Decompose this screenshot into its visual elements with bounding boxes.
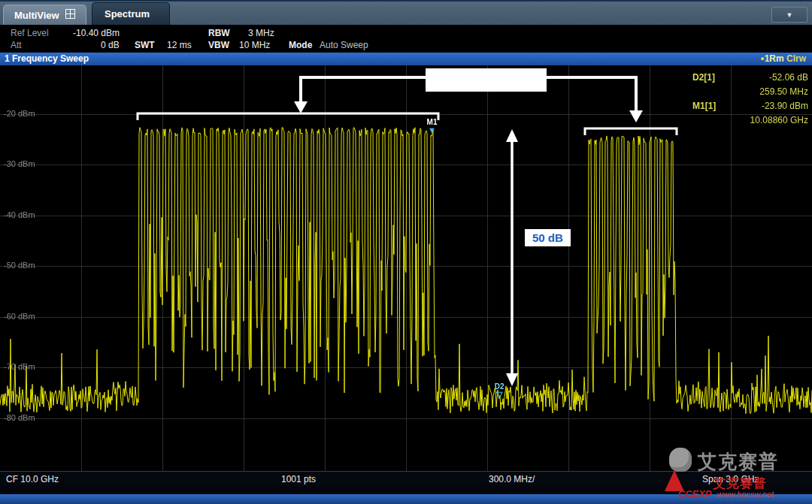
marker-table: D2[1] -52.06 dB 259.50 MHz M1[1] -23.90 … (692, 70, 808, 127)
dropdown-arrow-icon: ▼ (786, 11, 793, 19)
watermark-logo-text: CCEXP (678, 488, 712, 499)
marker-d2[interactable]: D2▽ (495, 383, 504, 398)
settings-bar: Ref Level -10.40 dBm RBW 3 MHz Att 0 dB … (0, 25, 812, 53)
marker-triangle-icon: ▼ (427, 126, 438, 134)
mascot-icon (669, 448, 692, 472)
vbw-label[interactable]: VBW (208, 40, 229, 50)
ref-level-value[interactable]: -10.40 dBm (73, 28, 120, 38)
marker-frequency: 259.50 MHz (759, 86, 808, 97)
marker-frequency: 10.08860 GHz (750, 115, 808, 125)
sweep-points[interactable]: 1001 pts (281, 474, 316, 484)
marker-name: D2[1] (692, 72, 715, 83)
att-label[interactable]: Att (11, 40, 22, 50)
spectrum-analyzer-window: MultiView Spectrum ▼ Ref Level -10.40 dB… (0, 0, 812, 504)
marker-table-row[interactable]: D2[1] -52.06 dB (692, 70, 808, 84)
y-axis-tick-label: -80 dBm (4, 413, 35, 422)
watermark-brand-text: 艾克赛普 (698, 449, 779, 474)
rbw-value[interactable]: 3 MHz (248, 28, 274, 38)
result-window-titlebar: 1 Frequency Sweep ●1Rm Clrw (0, 53, 812, 65)
graph-area: 50 dB D2[1] -52.06 dB 259.50 MHz M1[1] -… (0, 65, 812, 471)
swt-label[interactable]: SWT (135, 40, 155, 50)
y-axis-tick-label: -50 dBm (4, 261, 35, 270)
tab-bar: MultiView Spectrum ▼ (0, 0, 812, 25)
watermark-url: www.hncsw.net (717, 490, 774, 499)
mode-value[interactable]: Auto Sweep (320, 40, 368, 50)
vbw-value[interactable]: 10 MHz (239, 40, 270, 50)
span-per-division[interactable]: 300.0 MHz/ (489, 474, 535, 484)
multiview-grid-icon (65, 9, 75, 21)
marker-table-row[interactable]: 259.50 MHz (692, 84, 808, 98)
y-axis-tick-label: -30 dBm (4, 159, 35, 168)
marker-level: -52.06 dB (769, 72, 808, 83)
marker-table-row[interactable]: M1[1] -23.90 dBm (692, 98, 808, 113)
watermark: 艾克赛普 艾克赛普 CCEXP www.hncsw.net (662, 445, 812, 504)
marker-triangle-icon: ▽ (495, 391, 504, 398)
marker-name: M1[1] (692, 101, 716, 111)
window-title: 1 Frequency Sweep (5, 53, 89, 64)
rbw-label[interactable]: RBW (208, 28, 230, 38)
tab-multiview[interactable]: MultiView (3, 5, 86, 25)
ref-level-label[interactable]: Ref Level (11, 28, 49, 38)
y-axis-tick-label: -70 dBm (4, 362, 35, 371)
spectrum-canvas[interactable] (0, 65, 812, 471)
trace-mode: Clrw (786, 53, 806, 64)
att-value[interactable]: 0 dB (101, 40, 120, 50)
y-axis-tick-label: -20 dBm (4, 109, 35, 118)
swt-value[interactable]: 12 ms (167, 40, 192, 50)
center-frequency[interactable]: CF 10.0 GHz (6, 474, 59, 484)
marker-level: -23.90 dBm (762, 101, 808, 111)
mode-label[interactable]: Mode (289, 40, 312, 50)
delta-label: 50 dB (525, 229, 571, 246)
y-axis-tick-label: -60 dBm (4, 312, 35, 321)
trace-info[interactable]: ●1Rm Clrw (760, 53, 806, 64)
marker-table-row[interactable]: 10.08860 GHz (692, 113, 808, 127)
tab-spectrum-label: Spectrum (105, 8, 150, 20)
y-axis-tick-label: -40 dBm (4, 210, 35, 219)
tab-spectrum[interactable]: Spectrum (92, 2, 170, 25)
tab-list-dropdown-button[interactable]: ▼ (771, 7, 807, 23)
trace-number: 1Rm (765, 53, 784, 64)
tab-multiview-label: MultiView (14, 10, 59, 21)
marker-m1[interactable]: M1▼ (427, 119, 438, 134)
